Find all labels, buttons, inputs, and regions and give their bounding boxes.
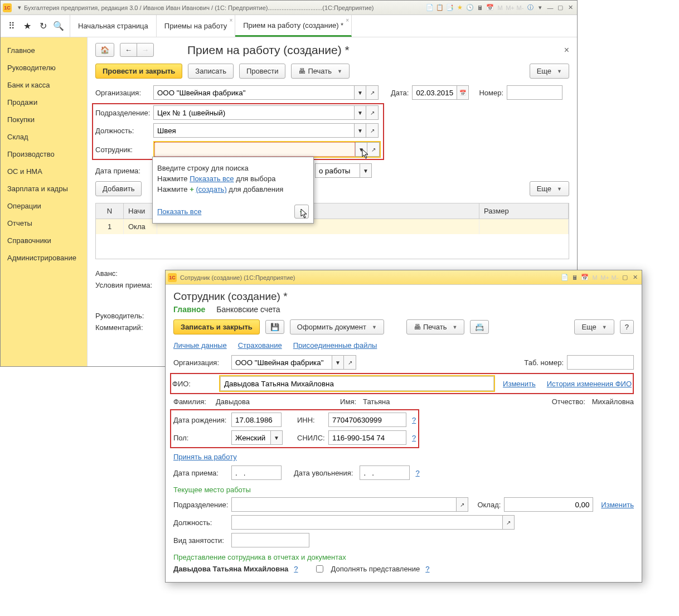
back-button[interactable]: ←	[120, 43, 137, 57]
employee-input[interactable]	[154, 142, 355, 157]
card-icon-button[interactable]: 📇	[470, 320, 489, 334]
calendar-icon[interactable]: 📅	[580, 273, 589, 282]
more-button[interactable]: Еще▼	[530, 64, 569, 79]
sidebar-item-reports[interactable]: Отчеты	[1, 215, 87, 232]
work-type-visible[interactable]	[315, 163, 360, 178]
tab-label: Приемы на работу	[164, 22, 227, 30]
doc-label: Оформить документ	[297, 323, 366, 331]
dropdown-icon[interactable]: ▾	[15, 3, 24, 12]
tb-dd[interactable]: ▾	[536, 3, 545, 12]
tab-close-icon[interactable]: ×	[229, 17, 232, 23]
tb-icon[interactable]: 📄	[560, 273, 569, 282]
maximize-icon[interactable]: ▢	[620, 273, 629, 282]
dropdown-icon[interactable]: ▼	[332, 355, 344, 367]
tab-start[interactable]: Начальная страница	[70, 15, 157, 37]
post-close-button[interactable]: Провести и закрыть	[95, 64, 182, 79]
tb-icon-5[interactable]: 🕓	[465, 3, 474, 12]
sidebar-item-admin[interactable]: Администрирование	[1, 249, 87, 266]
close-icon[interactable]: ✕	[566, 3, 575, 12]
open-icon[interactable]: ↗	[366, 123, 379, 138]
tb-icon-3[interactable]: 📑	[445, 3, 454, 12]
tb-m2[interactable]: M+	[506, 3, 515, 12]
tab-hirings[interactable]: Приемы на работу×	[157, 15, 235, 37]
calculator-icon[interactable]: 🖩	[570, 273, 579, 282]
sidebar-item-production[interactable]: Производство	[1, 145, 87, 163]
sidebar-item-purchases[interactable]: Покупки	[1, 111, 87, 128]
number-input[interactable]	[507, 85, 562, 100]
tb-icon-2[interactable]: 📋	[435, 3, 444, 12]
calendar-icon[interactable]: 📅	[486, 3, 494, 12]
tb-icon-1[interactable]: 📄	[425, 3, 434, 12]
sidebar-item-main[interactable]: Главное	[1, 42, 87, 59]
calendar-icon[interactable]: 📅	[457, 85, 469, 100]
subtab-bank[interactable]: Банковские счета	[216, 305, 280, 314]
close-icon[interactable]: ✕	[630, 273, 639, 282]
personal-link[interactable]: Личные данные	[173, 341, 227, 350]
sidebar-item-sales[interactable]: Продажи	[1, 94, 87, 111]
subtab-main[interactable]: Главное	[173, 305, 205, 314]
save-close-button[interactable]: Записать и закрыть	[173, 319, 260, 334]
sidebar-item-hr[interactable]: Зарплата и кадры	[1, 180, 87, 197]
create-doc-button[interactable]: Оформить документ▼	[290, 319, 384, 334]
insurance-link[interactable]: Страхование	[238, 341, 282, 350]
chevron-down-icon: ▼	[337, 69, 342, 74]
maximize-icon[interactable]: ▢	[556, 3, 565, 12]
search-icon[interactable]: 🔍	[53, 21, 64, 32]
sidebar-item-manager[interactable]: Руководителю	[1, 59, 87, 76]
files-link[interactable]: Присоединенные файлы	[293, 341, 377, 350]
tabno-input[interactable]	[567, 355, 634, 367]
tb-m1[interactable]: M	[496, 3, 505, 12]
apps-icon[interactable]: ⠿	[6, 21, 17, 32]
star-icon[interactable]: ★	[22, 21, 33, 32]
sidebar-item-operations[interactable]: Операции	[1, 197, 87, 215]
org-input[interactable]	[153, 85, 354, 100]
sidebar-item-assets[interactable]: ОС и НМА	[1, 163, 87, 180]
dropdown-icon[interactable]: ▼	[354, 105, 366, 120]
history-icon[interactable]: ↻	[37, 21, 48, 32]
tab-hiring-create[interactable]: Прием на работу (создание) *×	[235, 15, 352, 37]
show-all-link[interactable]: Показать все	[190, 174, 234, 183]
open-icon[interactable]: ↗	[366, 105, 379, 120]
forward-button[interactable]: →	[137, 43, 154, 57]
favorite-icon[interactable]: ★	[455, 3, 464, 12]
create-link[interactable]: (создать)	[196, 185, 226, 193]
org-input[interactable]	[231, 355, 332, 367]
calculator-icon[interactable]: 🖩	[476, 3, 484, 12]
more-button-2[interactable]: Еще▼	[530, 181, 569, 196]
open-icon[interactable]: ↗	[366, 85, 379, 100]
dept-input[interactable]	[153, 105, 354, 120]
number-label: Номер:	[479, 89, 503, 97]
plus-icon: +	[190, 185, 194, 193]
tb-m3[interactable]: M-	[516, 3, 525, 12]
sidebar-item-bank[interactable]: Банк и касса	[1, 76, 87, 94]
help-button[interactable]: ?	[620, 320, 634, 334]
tab-close-icon[interactable]: ×	[346, 17, 349, 23]
write-button[interactable]: Записать	[188, 64, 234, 79]
tb-m1[interactable]: M	[590, 273, 599, 282]
home-button[interactable]: 🏠	[95, 43, 114, 57]
dropdown-icon[interactable]: ▼	[354, 123, 366, 138]
post-button[interactable]: Провести	[239, 64, 286, 79]
add-button[interactable]: +	[294, 205, 309, 219]
print-button[interactable]: 🖶 Печать▼	[291, 64, 350, 79]
save-icon-button[interactable]: 💾	[265, 320, 284, 334]
advance-label: Аванс:	[95, 269, 150, 278]
add-row-button[interactable]: Добавить	[95, 181, 142, 196]
info-icon[interactable]: ⓘ	[526, 3, 535, 12]
tb-m2[interactable]: M+	[600, 273, 609, 282]
open-icon[interactable]: ↗	[344, 355, 356, 367]
tb-m3[interactable]: M-	[610, 273, 619, 282]
show-all-bottom-link[interactable]: Показать все	[157, 207, 201, 216]
pos-label: Должность:	[95, 127, 150, 135]
minimize-icon[interactable]: —	[546, 3, 555, 12]
dropdown-icon[interactable]: ▼	[360, 163, 372, 178]
page-close-icon[interactable]: ×	[564, 45, 569, 55]
more-button[interactable]: Еще▼	[574, 319, 614, 334]
dropdown-icon[interactable]: ▼	[354, 85, 366, 100]
print-label: Печать	[423, 323, 447, 331]
pos-input[interactable]	[153, 123, 354, 138]
sidebar-item-refs[interactable]: Справочники	[1, 232, 87, 249]
print-button[interactable]: 🖶 Печать▼	[406, 319, 465, 334]
sidebar-item-warehouse[interactable]: Склад	[1, 128, 87, 145]
date-input[interactable]	[412, 85, 457, 100]
